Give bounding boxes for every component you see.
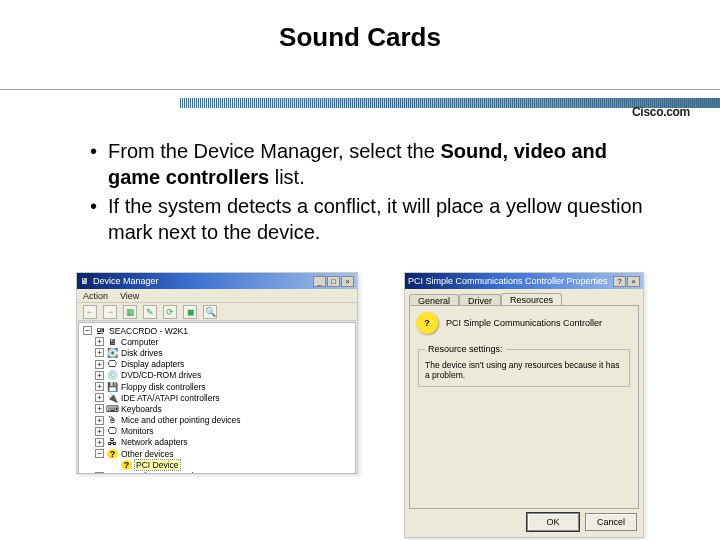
tree-item-icon: 🖵	[107, 359, 118, 369]
toolbar-props-icon[interactable]: ✎	[143, 305, 157, 319]
tree-item[interactable]: −?Other devices	[83, 448, 353, 459]
tree-item[interactable]: +🖵Display adapters	[83, 359, 353, 370]
help-button[interactable]: ?	[613, 276, 626, 287]
tree-item-icon: 🖧	[107, 437, 118, 447]
tab-panel: ? PCI Simple Communications Controller R…	[409, 305, 639, 509]
menu-action[interactable]: Action	[83, 291, 108, 301]
menu-view[interactable]: View	[120, 291, 139, 301]
tree-item[interactable]: ?PCI Device	[83, 459, 353, 470]
titlebar[interactable]: 🖥 Device Manager _ □ ×	[77, 273, 357, 289]
tree-item[interactable]: +🔌IDE ATA/ATAPI controllers	[83, 392, 353, 403]
tree-item-icon: 💿	[107, 370, 118, 380]
app-icon: 🖥	[80, 276, 89, 286]
tree-item[interactable]: +⊟Ports (COM & LPT)	[83, 470, 353, 474]
window-title: PCI Simple Communications Controller Pro…	[408, 276, 608, 286]
tree-item[interactable]: +⌨Keyboards	[83, 403, 353, 414]
maximize-button[interactable]: □	[327, 276, 340, 287]
tree-item-label: Monitors	[121, 426, 154, 436]
device-manager-window: 🖥 Device Manager _ □ × Action View ← → ▦…	[76, 272, 358, 474]
tree-item-label: Network adapters	[121, 437, 188, 447]
toolbar-view-icon[interactable]: ▦	[123, 305, 137, 319]
close-button[interactable]: ×	[341, 276, 354, 287]
device-name-label: PCI Simple Communications Controller	[446, 318, 602, 328]
tree-item[interactable]: +💾Floppy disk controllers	[83, 381, 353, 392]
titlebar[interactable]: PCI Simple Communications Controller Pro…	[405, 273, 643, 289]
resource-settings-group: Resource settings: The device isn't usin…	[418, 344, 630, 387]
bullet-item: • From the Device Manager, select the So…	[90, 138, 650, 190]
divider-band: Cisco.com	[0, 89, 720, 115]
tree-item-icon: ⌨	[107, 404, 118, 414]
tree-item-label: PCI Device	[135, 460, 180, 470]
bullet-text: If the system detects a conflict, it wil…	[108, 195, 643, 243]
tree-root[interactable]: −🖳SEACCRDO - W2K1	[83, 325, 353, 336]
tree-item-icon: ?	[121, 460, 132, 470]
toolbar-scan-icon[interactable]: 🔍	[203, 305, 217, 319]
tree-item-icon: ?	[107, 449, 118, 459]
tree-item-label: Mice and other pointing devices	[121, 415, 241, 425]
tree-item-label: IDE ATA/ATAPI controllers	[121, 393, 220, 403]
toolbar-fwd-icon[interactable]: →	[103, 305, 117, 319]
bullet-list: • From the Device Manager, select the So…	[90, 138, 650, 248]
toolbar: ← → ▦ ✎ ⟳ ◼ 🔍	[77, 303, 357, 321]
tree-item[interactable]: +🖵Monitors	[83, 426, 353, 437]
tree-item-label: DVD/CD-ROM drives	[121, 370, 201, 380]
toolbar-stop-icon[interactable]: ◼	[183, 305, 197, 319]
tree-item[interactable]: +💽Disk drives	[83, 347, 353, 358]
tree-item-icon: 💾	[107, 382, 118, 392]
tree-item-label: Display adapters	[121, 359, 184, 369]
tree-item-label: Other devices	[121, 449, 173, 459]
tree-item-icon: ⊟	[107, 471, 118, 474]
toolbar-refresh-icon[interactable]: ⟳	[163, 305, 177, 319]
tree-item[interactable]: +🖧Network adapters	[83, 437, 353, 448]
brand-label: Cisco.com	[632, 105, 690, 119]
toolbar-back-icon[interactable]: ←	[83, 305, 97, 319]
ok-button[interactable]: OK	[527, 513, 579, 531]
properties-dialog: PCI Simple Communications Controller Pro…	[404, 272, 644, 538]
tree-item[interactable]: +🖥Computer	[83, 336, 353, 347]
tab-bar: General Driver Resources	[405, 289, 643, 305]
tree-item-label: Keyboards	[121, 404, 162, 414]
tree-item-icon: 🔌	[107, 393, 118, 403]
window-title: Device Manager	[93, 276, 159, 286]
tree-item-label: Computer	[121, 337, 158, 347]
tree-item[interactable]: +🖱Mice and other pointing devices	[83, 415, 353, 426]
tree-item-icon: 🖥	[107, 337, 118, 347]
tree-item-label: Disk drives	[121, 348, 163, 358]
tree-item-label: Ports (COM & LPT)	[121, 471, 195, 474]
group-label: Resource settings:	[425, 344, 506, 354]
bullet-text: list.	[269, 166, 305, 188]
bullet-item: • If the system detects a conflict, it w…	[90, 193, 650, 245]
tree-item-label: Floppy disk controllers	[121, 382, 206, 392]
minimize-button[interactable]: _	[313, 276, 326, 287]
tree-item-icon: 🖱	[107, 415, 118, 425]
tree-item-icon: 💽	[107, 348, 118, 358]
slide-title: Sound Cards	[0, 0, 720, 53]
tree-item-icon: 🖵	[107, 426, 118, 436]
resource-message: The device isn't using any resources bec…	[425, 360, 623, 380]
cancel-button[interactable]: Cancel	[585, 513, 637, 531]
device-tree[interactable]: −🖳SEACCRDO - W2K1+🖥Computer+💽Disk drives…	[78, 322, 356, 474]
bullet-text: From the Device Manager, select the	[108, 140, 440, 162]
question-mark-icon: ?	[416, 312, 438, 334]
tree-item[interactable]: +💿DVD/CD-ROM drives	[83, 370, 353, 381]
menu-bar: Action View	[77, 289, 357, 303]
close-button[interactable]: ×	[627, 276, 640, 287]
